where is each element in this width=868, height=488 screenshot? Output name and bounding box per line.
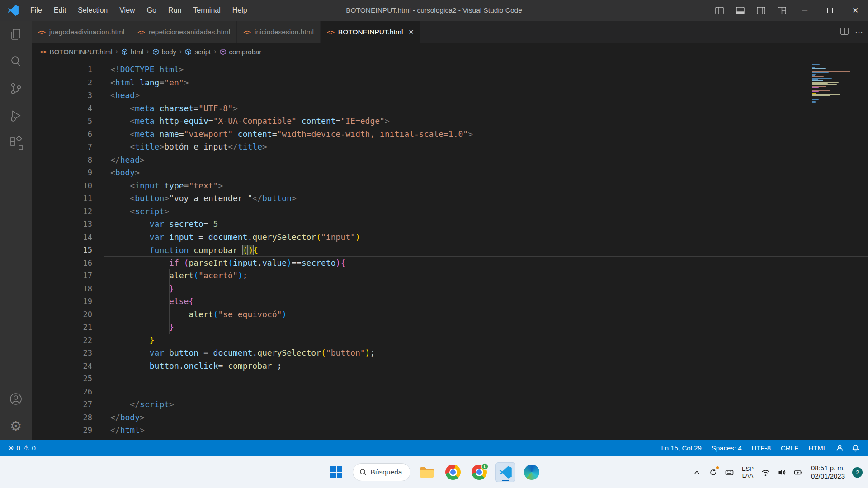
minimap-line: [812, 89, 821, 89]
code-line-13: 13 var secreto= 5: [32, 218, 868, 231]
tray-sync-icon[interactable]: [706, 463, 721, 481]
code-line-4: 4 <meta charset="UTF-8">: [32, 102, 868, 115]
code-line-3: 3<head>: [32, 89, 868, 102]
clock[interactable]: 08:51 p. m. 02/01/2023: [807, 464, 849, 480]
edge-icon: [524, 465, 539, 480]
minimap-line: [812, 101, 816, 102]
minimap[interactable]: [812, 64, 862, 103]
customize-layout-icon[interactable]: [771, 0, 792, 21]
symbol-element-icon: [185, 48, 192, 55]
more-actions-icon[interactable]: ⋯: [855, 27, 863, 37]
minimap-line: [812, 82, 839, 83]
warning-count: 0: [32, 444, 35, 452]
minimap-line: [812, 74, 816, 75]
volume-icon[interactable]: [775, 463, 789, 481]
breadcrumb-item-body[interactable]: body: [152, 48, 177, 56]
menu-edit[interactable]: Edit: [48, 0, 72, 21]
line-content: }: [104, 334, 868, 347]
menu-file[interactable]: File: [24, 0, 48, 21]
minimap-line: [812, 64, 820, 65]
menu-go[interactable]: Go: [141, 0, 162, 21]
status-utf-8[interactable]: UTF-8: [746, 440, 776, 456]
menu-view[interactable]: View: [113, 0, 141, 21]
run-debug-icon[interactable]: [0, 102, 32, 129]
status-spaces-4[interactable]: Spaces: 4: [707, 440, 747, 456]
line-content: alert("se equivocó"): [104, 308, 868, 321]
minimap-line: [812, 75, 815, 76]
taskbar-search[interactable]: Búsqueda: [353, 463, 411, 481]
menu-terminal[interactable]: Terminal: [187, 0, 226, 21]
symbol-element-icon: [121, 48, 128, 55]
minimize-button[interactable]: ─: [792, 0, 817, 21]
maximize-button[interactable]: [817, 0, 843, 21]
breadcrumb-item-html[interactable]: html: [121, 48, 143, 56]
minimap-line: [812, 93, 816, 94]
line-number: 5: [32, 115, 104, 128]
tab-repeticionesanidadas.html[interactable]: <>repeticionesanidadas.html: [131, 21, 237, 43]
language-indicator[interactable]: ESP LAA: [739, 465, 757, 479]
breadcrumb-item-comprobar[interactable]: comprobar: [220, 48, 262, 56]
vscode-taskbar-button[interactable]: [495, 462, 515, 482]
code-line-2: 2<html lang="en">: [32, 76, 868, 89]
problems-indicator[interactable]: ⊗ 0 ⚠ 0: [5, 440, 39, 456]
breadcrumb-item-BOTONEINPUT.html[interactable]: <>BOTONEINPUT.html: [40, 48, 113, 56]
extensions-icon[interactable]: [0, 129, 32, 156]
tab-close-icon[interactable]: ✕: [408, 28, 414, 36]
error-count: 0: [17, 444, 20, 452]
notification-count-badge[interactable]: 2: [852, 467, 863, 478]
line-number: 22: [32, 334, 104, 347]
search-magnifier-icon: [359, 469, 367, 476]
search-label: Búsqueda: [371, 468, 402, 476]
close-button[interactable]: ✕: [843, 0, 868, 21]
status-ln-15-col-29[interactable]: Ln 15, Col 29: [656, 440, 707, 456]
toggle-secondary-sidebar-icon[interactable]: [750, 0, 771, 21]
status-html[interactable]: HTML: [803, 440, 832, 456]
tab-juegodeadivinacion.html[interactable]: <>juegodeadivinacion.html: [32, 21, 131, 43]
line-number: 25: [32, 372, 104, 385]
minimap-line: [812, 80, 823, 81]
search-icon[interactable]: [0, 48, 32, 75]
battery-icon[interactable]: [791, 463, 806, 481]
tab-bar: <>juegodeadivinacion.html<>repeticionesa…: [32, 21, 868, 43]
breadcrumb-item-script[interactable]: script: [185, 48, 211, 56]
chrome-button[interactable]: [443, 462, 463, 482]
status-crlf[interactable]: CRLF: [776, 440, 803, 456]
chrome-profile-badge: L: [481, 463, 488, 470]
edge-button[interactable]: [522, 462, 542, 482]
menu-run[interactable]: Run: [162, 0, 187, 21]
code-editor[interactable]: 1<!DOCTYPE html>2<html lang="en">3<head>…: [32, 60, 868, 440]
line-content: [104, 372, 868, 385]
code-line-9: 9<body>: [32, 166, 868, 179]
wifi-icon[interactable]: [759, 463, 773, 481]
split-editor-icon[interactable]: [840, 28, 849, 37]
notifications-bell-icon[interactable]: [848, 440, 863, 456]
settings-gear-icon[interactable]: ⚙: [0, 413, 32, 440]
tray-chevron-up-icon[interactable]: [690, 463, 704, 481]
explorer-icon[interactable]: [0, 21, 32, 48]
feedback-icon[interactable]: [832, 440, 848, 456]
start-button[interactable]: [326, 462, 346, 482]
code-line-10: 10 <input type="text">: [32, 179, 868, 192]
tab-iniciodesesion.html[interactable]: <>iniciodesesion.html: [237, 21, 321, 43]
toggle-panel-icon[interactable]: [730, 0, 750, 21]
chrome-profile-button[interactable]: L: [469, 462, 489, 482]
menu-selection[interactable]: Selection: [72, 0, 113, 21]
tab-label: juegodeadivinacion.html: [49, 28, 124, 36]
breadcrumb-separator: ›: [146, 47, 149, 56]
line-content: var secreto= 5: [104, 218, 868, 231]
touch-keyboard-icon[interactable]: [722, 463, 737, 481]
chrome-icon: [445, 465, 461, 480]
line-number: 3: [32, 89, 104, 102]
file-explorer-button[interactable]: [417, 462, 437, 482]
tab-BOTONEINPUT.html[interactable]: <>BOTONEINPUT.html✕: [321, 21, 421, 43]
account-icon[interactable]: [0, 385, 32, 413]
line-number: 10: [32, 179, 104, 192]
line-number: 17: [32, 269, 104, 282]
line-content: <input type="text">: [104, 179, 868, 192]
line-content: <title>botón e input</title>: [104, 141, 868, 154]
source-control-icon[interactable]: [0, 75, 32, 102]
menu-help[interactable]: Help: [226, 0, 253, 21]
line-number: 7: [32, 141, 104, 154]
line-content: alert("acertó");: [104, 269, 868, 282]
toggle-sidebar-icon[interactable]: [709, 0, 730, 21]
